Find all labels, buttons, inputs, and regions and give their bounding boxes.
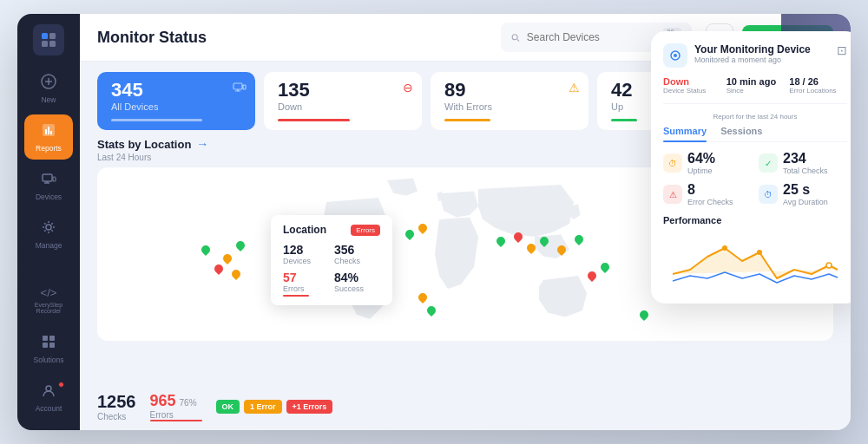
code-icon: </> [41, 286, 57, 299]
status-card-errors[interactable]: 89 With Errors ⚠ [431, 72, 589, 130]
panel-header: Your Monitoring Device Monitored a momen… [663, 43, 847, 68]
error-checks-icon: ⚠ [663, 185, 682, 204]
tab-sessions[interactable]: Sessions [720, 126, 762, 141]
bottom-stats: 1256 Checks 965 76% Errors OK 1 Error +1… [80, 387, 851, 430]
up-bar [611, 119, 637, 121]
performance-chart [663, 231, 847, 291]
badge-ok[interactable]: OK [216, 400, 240, 414]
svg-rect-11 [43, 174, 52, 181]
svg-rect-8 [45, 129, 47, 134]
sidebar-item-new-label: New [41, 95, 56, 104]
all-devices-label: All Devices [111, 101, 241, 112]
stat-error-checks: ⚠ 8 Error Checks [663, 182, 752, 206]
svg-rect-3 [49, 41, 56, 47]
checks-label: Checks [334, 257, 380, 265]
total-checks-value: 1256 [97, 392, 136, 412]
solutions-icon [41, 334, 56, 353]
panel-title: Your Monitoring Device [694, 43, 837, 56]
manage-icon [41, 219, 56, 238]
search-input[interactable] [527, 31, 656, 43]
success-label: Success [334, 284, 380, 293]
svg-rect-18 [43, 343, 48, 348]
total-checks-lbl: Total Checks [783, 166, 828, 175]
status-badges: OK 1 Error +1 Errors [216, 400, 333, 414]
uptime-value: 64% [687, 151, 715, 166]
svg-rect-0 [42, 33, 48, 39]
svg-rect-2 [42, 41, 48, 47]
avg-duration-icon: ⏱ [759, 185, 778, 204]
popup-title: Location [283, 224, 326, 236]
sidebar-item-account-label: Account [36, 404, 62, 413]
devices-value: 128 [283, 243, 329, 257]
sidebar-item-solutions[interactable]: Solutions [24, 326, 73, 371]
error-checks-lbl: Error Checks [687, 198, 733, 206]
badge-1-error[interactable]: 1 Error [244, 400, 282, 414]
panel-title-block: Your Monitoring Device Monitored a momen… [694, 43, 837, 64]
panel-locations-label: Error Locations [789, 87, 847, 95]
down-bar [278, 119, 350, 121]
sidebar-item-everystep-label: EveryStepRecorder [35, 302, 62, 314]
down-label: Down [278, 101, 408, 112]
panel-tabs: Summary Sessions [663, 126, 847, 142]
errors-bar [444, 119, 490, 121]
chart-svg [663, 231, 847, 291]
panel-locations-value: 18 / 26 [789, 76, 847, 87]
sidebar-item-manage[interactable]: Manage [24, 212, 73, 257]
svg-rect-17 [49, 336, 55, 341]
stat-avg-duration: ⏱ 25 s Avg Duration [759, 182, 847, 206]
plus-icon [41, 74, 56, 93]
errors-label: Errors [283, 284, 329, 293]
error-checks-values: 8 Error Checks [687, 182, 733, 206]
avg-duration-values: 25 s Avg Duration [783, 182, 828, 206]
sidebar-item-account[interactable]: Account [24, 375, 73, 420]
errors-icon: ⚠ [569, 81, 580, 95]
panel-report-label: Report for the last 24 hours [663, 113, 847, 121]
errors-value: 57 [283, 271, 329, 284]
svg-point-20 [46, 386, 51, 391]
sidebar-item-everystep[interactable]: </> EveryStepRecorder [24, 278, 73, 323]
popup-badge: Errors [351, 225, 380, 236]
success-value: 84% [334, 271, 380, 284]
total-checks-label: Checks [97, 412, 136, 421]
sidebar-item-reports-label: Reports [36, 144, 62, 153]
svg-rect-26 [243, 85, 246, 89]
reports-icon [41, 122, 56, 141]
checks-stat: 1256 Checks [97, 392, 136, 421]
sidebar-item-manage-label: Manage [36, 241, 62, 250]
location-popup: Location Errors 128 Devices 356 Checks [271, 215, 392, 305]
all-devices-bar [111, 119, 202, 121]
search-icon [511, 32, 520, 43]
panel-since-value: 10 min ago [727, 76, 785, 87]
errors-label: With Errors [444, 101, 575, 112]
uptime-icon: ⏱ [663, 153, 682, 173]
sidebar-item-reports[interactable]: Reports [24, 114, 73, 160]
popup-grid: 128 Devices 356 Checks 57 Errors [283, 243, 380, 297]
svg-point-28 [674, 54, 677, 57]
sidebar-item-devices[interactable]: Devices [24, 163, 73, 208]
panel-since-label: Since [727, 87, 785, 95]
total-checks-values: 234 Total Checks [783, 151, 828, 175]
sidebar-item-new[interactable]: New [24, 66, 73, 111]
uptime-label: Uptime [687, 166, 715, 175]
badge-many-errors[interactable]: +1 Errors [286, 400, 333, 414]
devices-label: Devices [283, 257, 329, 265]
status-card-all[interactable]: 345 All Devices [97, 72, 255, 130]
svg-point-15 [46, 225, 51, 230]
map-title: Stats by Location [97, 138, 191, 151]
svg-rect-10 [50, 131, 52, 134]
all-devices-icon [233, 81, 247, 97]
sidebar-item-solutions-label: Solutions [34, 356, 64, 364]
stats-grid: ⏱ 64% Uptime ✓ 234 Total Checks ⚠ 8 Erro… [663, 151, 847, 206]
sidebar-item-devices-label: Devices [36, 193, 62, 201]
panel-menu-button[interactable]: ⊡ [837, 43, 847, 57]
right-panel: Your Monitoring Device Monitored a momen… [651, 31, 851, 304]
status-card-down[interactable]: 135 Down ⊖ [264, 72, 422, 130]
performance-label: Performance [663, 215, 847, 225]
map-arrow-icon[interactable]: → [196, 137, 208, 151]
errors-progress-bar [150, 420, 202, 421]
errors-label: Errors [150, 410, 202, 420]
tab-summary[interactable]: Summary [663, 126, 707, 141]
error-checks-val: 8 [687, 182, 733, 198]
panel-status-down: Down Device Status [663, 76, 721, 95]
sidebar-logo [33, 24, 64, 56]
